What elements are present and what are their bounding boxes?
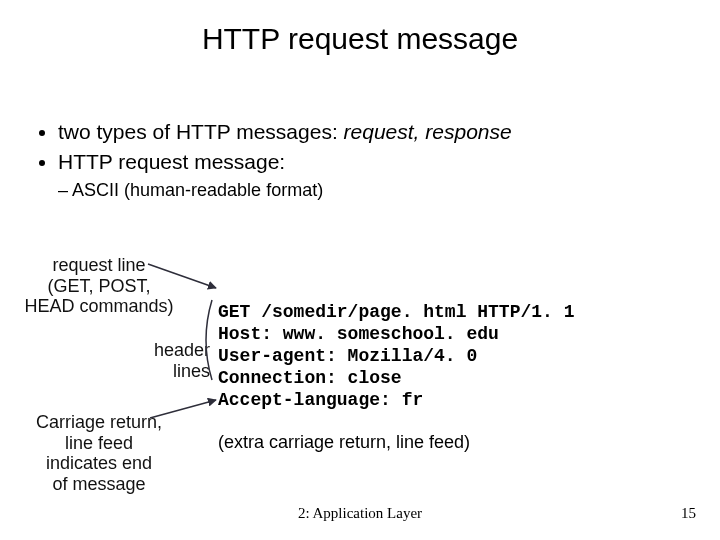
bullet-1: two types of HTTP messages: request, res… — [58, 120, 512, 144]
http-line-1: GET /somedir/page. html HTTP/1. 1 — [218, 302, 574, 322]
slide-title: HTTP request message — [0, 22, 720, 56]
label-header-lines: header lines — [110, 340, 210, 381]
http-line-5: Accept-language: fr — [218, 390, 423, 410]
subbullet-1: ASCII (human-readable format) — [58, 180, 512, 201]
label-crlf-end: Carriage return, line feed indicates end… — [14, 412, 184, 495]
extra-note: (extra carriage return, line feed) — [218, 432, 470, 453]
bullet-1-text: two types of HTTP messages: — [58, 120, 344, 143]
bullet-1-em: request, response — [344, 120, 512, 143]
page-number: 15 — [681, 505, 696, 522]
http-line-4: Connection: close — [218, 368, 402, 388]
bullet-2: HTTP request message: — [58, 150, 512, 174]
http-message-block: GET /somedir/page. html HTTP/1. 1 Host: … — [218, 280, 574, 412]
http-line-3: User-agent: Mozilla/4. 0 — [218, 346, 477, 366]
http-line-2: Host: www. someschool. edu — [218, 324, 499, 344]
bullet-block: two types of HTTP messages: request, res… — [32, 120, 512, 207]
footer-text: 2: Application Layer — [0, 505, 720, 522]
label-request-line: request line (GET, POST, HEAD commands) — [14, 255, 184, 317]
